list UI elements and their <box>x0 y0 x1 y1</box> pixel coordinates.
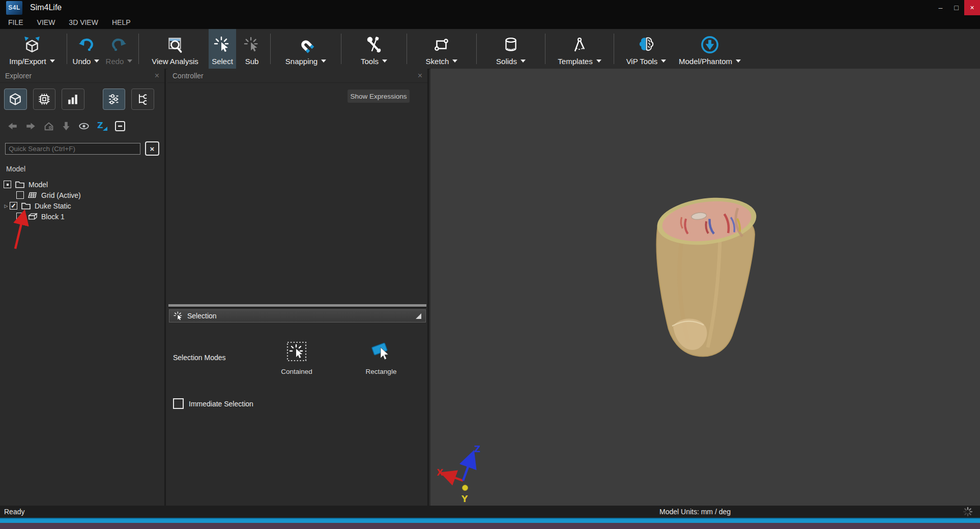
vip-tools-caret-icon[interactable] <box>661 60 666 63</box>
solids-button[interactable]: Solids <box>479 29 542 69</box>
simulation-view-button[interactable] <box>33 89 56 110</box>
model-phantom-button[interactable]: Model/Phantom <box>676 29 744 69</box>
visibility-eye-icon[interactable] <box>77 121 91 132</box>
undo-caret-icon[interactable] <box>94 60 99 63</box>
view-analysis-button[interactable]: View Analysis <box>141 29 209 69</box>
search-clear-button[interactable]: × <box>145 141 159 156</box>
mode-contained[interactable]: Contained <box>271 341 322 375</box>
horizontal-splitter[interactable] <box>168 304 426 308</box>
templates-compass-icon <box>570 33 589 56</box>
model-checkbox[interactable] <box>4 181 11 188</box>
analysis-view-button[interactable] <box>62 89 84 110</box>
vip-tools-button[interactable]: ViP Tools <box>617 29 676 69</box>
tree-label: Grid (Active) <box>41 191 81 199</box>
mode-rectangle[interactable]: Rectangle <box>356 341 407 375</box>
status-bar: Ready Model Units: mm / deg <box>0 506 980 518</box>
zoom-z-icon[interactable]: Z <box>96 120 108 132</box>
redo-button[interactable]: Redo <box>102 29 136 69</box>
select-button[interactable]: Select <box>209 29 236 69</box>
down-arrow-icon[interactable] <box>61 121 72 132</box>
expander-icon[interactable]: ▷ <box>3 203 10 209</box>
templates-caret-icon[interactable] <box>596 60 601 63</box>
vip-tools-label: ViP Tools <box>626 57 658 66</box>
minimize-button[interactable]: – <box>933 0 948 15</box>
sub-select-button[interactable]: Sub <box>236 29 268 69</box>
immediate-selection-label: Immediate Selection <box>189 400 253 408</box>
model-phantom-caret-icon[interactable] <box>736 60 741 63</box>
collapse-all-icon[interactable] <box>114 120 126 132</box>
tree-row-grid[interactable]: Grid (Active) <box>0 190 164 200</box>
title-bar: S4L Sim4Life – □ × <box>0 0 980 15</box>
select-label: Select <box>212 57 233 66</box>
grid-checkbox[interactable] <box>16 191 24 199</box>
templates-button[interactable]: Templates <box>548 29 611 69</box>
tree-label: Model <box>28 181 48 189</box>
toolbar-separator <box>476 34 477 64</box>
block-1-checkbox[interactable] <box>16 213 24 220</box>
solids-caret-icon[interactable] <box>521 60 526 63</box>
snapping-label: Snapping <box>285 57 318 66</box>
tree-row-model[interactable]: Model <box>0 179 164 190</box>
explorer-close-icon[interactable]: × <box>155 72 159 80</box>
view-analysis-label: View Analysis <box>152 57 198 66</box>
explorer-panel: Explorer × <box>0 69 166 506</box>
tools-button[interactable]: Tools <box>344 29 404 69</box>
controller-panel: Controller × Show Expressions Selection … <box>167 69 429 506</box>
back-arrow-icon[interactable] <box>6 121 19 132</box>
undo-button[interactable]: Undo <box>70 29 102 69</box>
model-tree: Model Grid (Active) <box>0 179 164 222</box>
folder-icon <box>15 180 25 189</box>
vip-tools-brain-icon <box>637 33 656 56</box>
menu-3d-view[interactable]: 3D VIEW <box>69 18 98 26</box>
show-expressions-button[interactable]: Show Expressions <box>348 90 410 103</box>
immediate-selection-checkbox[interactable] <box>173 398 184 409</box>
redo-caret-icon[interactable] <box>127 60 132 63</box>
maximize-button[interactable]: □ <box>948 0 964 15</box>
undo-icon <box>77 33 95 56</box>
menu-help[interactable]: HELP <box>112 18 131 26</box>
tools-caret-icon[interactable] <box>382 60 387 63</box>
bar-chart-icon <box>65 92 80 107</box>
sub-label: Sub <box>245 57 259 66</box>
properties-view-button[interactable] <box>103 89 126 110</box>
chip-icon <box>37 92 52 107</box>
templates-label: Templates <box>558 57 592 66</box>
snapping-magnet-icon <box>296 33 315 56</box>
tree-row-duke-static[interactable]: ▷ ✓ Duke Static <box>0 200 164 211</box>
controller-close-icon[interactable]: × <box>418 72 422 80</box>
model-view-button[interactable] <box>4 89 27 110</box>
app-window: S4L Sim4Life – □ × FILE VIEW 3D VIEW HEL… <box>0 0 980 529</box>
duke-torso-model[interactable] <box>633 190 781 368</box>
forward-arrow-icon[interactable] <box>24 121 37 132</box>
duke-static-checkbox[interactable]: ✓ <box>10 202 17 210</box>
tree-label: Block 1 <box>41 213 65 221</box>
viewport-3d[interactable]: X Z Y <box>430 69 980 506</box>
immediate-selection-row[interactable]: Immediate Selection <box>173 398 253 409</box>
tree-view-button[interactable] <box>131 89 154 110</box>
close-button[interactable]: × <box>964 0 980 15</box>
menu-view[interactable]: VIEW <box>37 18 55 26</box>
imp-export-caret-icon[interactable] <box>50 60 55 63</box>
sketch-caret-icon[interactable] <box>452 60 457 63</box>
progress-bar <box>0 518 980 523</box>
tools-wrench-icon <box>364 33 384 56</box>
tree-row-block-1[interactable]: Block 1 <box>0 211 164 222</box>
axis-x-arrow <box>445 474 463 481</box>
snapping-button[interactable]: Snapping <box>273 29 338 69</box>
collapse-corner-icon[interactable] <box>416 313 421 319</box>
selection-section-header[interactable]: Selection <box>169 309 426 322</box>
sketch-button[interactable]: Sketch <box>410 29 474 69</box>
controller-title: Controller <box>172 72 204 80</box>
model-section-label: Model <box>0 156 164 173</box>
app-logo-icon: S4L <box>6 1 22 15</box>
bottom-strip <box>0 523 980 529</box>
home-icon[interactable] <box>43 121 55 132</box>
imp-export-button[interactable]: Imp/Export <box>0 29 64 69</box>
menu-file[interactable]: FILE <box>8 18 23 26</box>
snapping-caret-icon[interactable] <box>321 60 326 63</box>
rectangle-mode-icon <box>370 341 392 362</box>
quick-search-input[interactable] <box>5 143 140 155</box>
sketch-icon <box>432 33 451 56</box>
busy-spinner-icon <box>963 507 973 517</box>
model-phantom-label: Model/Phantom <box>679 57 732 66</box>
